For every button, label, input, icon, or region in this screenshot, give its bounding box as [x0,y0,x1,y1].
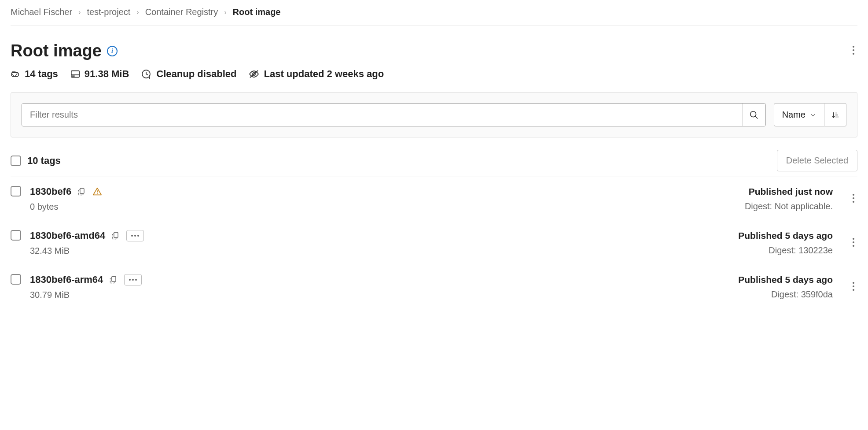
sort-group: Name [774,103,846,126]
svg-point-30 [853,241,854,243]
tags-count-label: 10 tags [27,155,61,167]
svg-point-28 [137,235,139,237]
page-actions-menu[interactable] [850,43,857,59]
row-checkbox[interactable] [11,230,21,241]
cleanup-icon [141,69,152,79]
tag-name[interactable]: 1830bef6-arm64 [30,274,103,285]
tag-name[interactable]: 1830bef6 [30,186,71,197]
svg-point-33 [129,279,131,281]
breadcrumb-current: Root image [233,7,281,17]
chevron-right-icon: › [78,8,81,16]
copy-icon[interactable] [111,231,120,240]
tag-size: 32.43 MiB [30,246,144,256]
sort-select[interactable]: Name [774,103,824,126]
chevron-right-icon: › [136,8,139,16]
svg-point-26 [131,235,133,237]
warning-icon [92,187,102,196]
table-row: 1830bef6-amd6432.43 MiBPublished 5 days … [11,221,857,265]
disk-icon [70,69,80,79]
breadcrumb: Michael Fischer › test-project › Contain… [11,0,857,26]
svg-point-37 [853,285,854,287]
copy-icon[interactable] [109,275,118,284]
svg-point-34 [132,279,134,281]
list-header: 10 tags Delete Selected [11,137,857,177]
svg-point-29 [853,238,854,240]
svg-point-27 [134,235,136,237]
sort-label: Name [782,110,805,120]
search-input[interactable] [22,104,743,126]
svg-rect-25 [114,233,118,238]
filter-bar: Name [11,92,857,137]
meta-tags-count: 14 tags [25,68,58,80]
table-row: 1830bef6-arm6430.79 MiBPublished 5 days … [11,265,857,309]
tag-size: 30.79 MiB [30,290,142,300]
copy-icon[interactable] [77,187,86,196]
chevron-down-icon [810,112,816,118]
svg-point-23 [853,197,854,199]
more-badge[interactable] [126,230,144,241]
search-wrap [22,103,766,126]
breadcrumb-item[interactable]: Container Registry [145,7,218,17]
tag-list: 1830bef60 bytesPublished just nowDigest:… [11,177,857,309]
svg-point-21 [97,193,98,194]
tag-published: Published just now [749,186,833,197]
svg-point-0 [853,46,854,48]
tag-digest: Digest: 359f0da [771,289,833,300]
info-icon[interactable]: i [107,46,118,56]
svg-line-14 [755,116,758,119]
svg-point-24 [853,201,854,203]
svg-point-22 [853,194,854,196]
svg-point-35 [135,279,137,281]
eye-off-icon [249,69,259,79]
tag-size: 0 bytes [30,202,102,212]
svg-rect-32 [112,277,116,282]
tag-digest: Digest: 130223e [769,245,833,256]
row-actions-menu[interactable] [850,191,857,208]
chevron-right-icon: › [224,8,226,16]
tag-digest: Digest: Not applicable. [745,201,833,211]
svg-point-38 [853,289,854,291]
svg-point-6 [73,76,73,76]
table-row: 1830bef60 bytesPublished just nowDigest:… [11,177,857,221]
tag-name[interactable]: 1830bef6-amd64 [30,230,105,241]
page-title: Root image [11,41,102,60]
delete-selected-button[interactable]: Delete Selected [777,150,857,171]
sort-direction-button[interactable] [824,103,846,126]
svg-point-13 [750,111,756,117]
row-actions-menu[interactable] [850,235,857,252]
more-badge[interactable] [124,274,142,285]
svg-point-36 [853,282,854,284]
row-checkbox[interactable] [11,186,21,196]
meta-cleanup: Cleanup disabled [156,68,236,80]
tag-published: Published 5 days ago [738,230,833,241]
breadcrumb-item[interactable]: test-project [87,7,130,17]
meta-size: 91.38 MiB [85,68,129,80]
svg-point-7 [74,76,74,76]
meta-updated: Last updated 2 weeks ago [264,68,384,80]
svg-point-1 [853,49,854,51]
tag-published: Published 5 days ago [738,274,833,285]
page-header: Root image i [11,26,857,64]
sort-ascending-icon [831,111,839,119]
svg-point-10 [149,75,150,76]
meta-row: 14 tags 91.38 MiB Cleanup disabled Last … [11,64,857,92]
svg-line-12 [250,70,258,78]
breadcrumb-item[interactable]: Michael Fischer [11,7,72,17]
tag-icon [11,69,20,79]
svg-point-2 [853,53,854,55]
row-checkbox[interactable] [11,274,21,285]
search-button[interactable] [743,104,765,126]
search-icon [749,110,759,120]
svg-point-31 [853,245,854,247]
select-all-checkbox[interactable] [11,156,21,166]
row-actions-menu[interactable] [850,279,857,296]
svg-rect-19 [80,189,84,194]
